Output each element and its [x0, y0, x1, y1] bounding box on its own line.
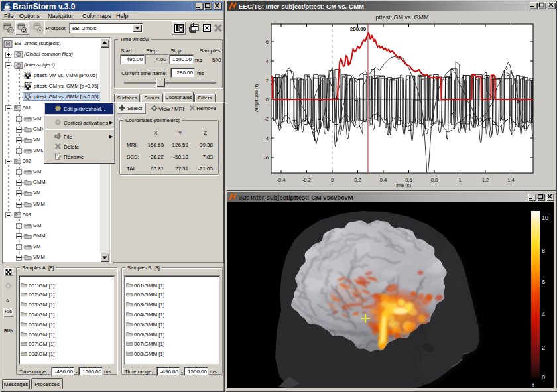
svg-text:4: 4 — [542, 311, 545, 318]
svg-text:6: 6 — [542, 279, 545, 285]
svg-text:STAT: STAT — [24, 93, 32, 96]
svg-text:280.00: 280.00 — [350, 26, 367, 32]
svg-text:pttest: GM vs. GMM: pttest: GM vs. GMM — [375, 14, 428, 21]
svg-text:1.4: 1.4 — [507, 177, 514, 183]
svg-text:0.8: 0.8 — [431, 177, 438, 183]
svg-text:0.2: 0.2 — [354, 177, 361, 183]
svg-text:0: 0 — [542, 374, 545, 381]
svg-text:1: 1 — [458, 177, 461, 183]
svg-text:4: 4 — [266, 58, 269, 64]
svg-text:-6: -6 — [264, 155, 269, 161]
svg-text:-0.4: -0.4 — [277, 177, 286, 183]
svg-text:0.4: 0.4 — [380, 177, 387, 183]
svg-text:Time (s): Time (s) — [393, 182, 412, 188]
svg-text:-4: -4 — [264, 135, 269, 141]
svg-text:0: 0 — [266, 97, 269, 103]
svg-text:8: 8 — [542, 247, 545, 254]
svg-text:2: 2 — [542, 344, 545, 351]
svg-text:0: 0 — [331, 177, 334, 183]
svg-text:t: t — [532, 382, 534, 388]
svg-text:STAT: STAT — [24, 72, 32, 75]
svg-text:10: 10 — [542, 214, 548, 221]
svg-text:-0.2: -0.2 — [302, 177, 311, 183]
svg-text:1.2: 1.2 — [482, 177, 489, 183]
svg-text:-2: -2 — [264, 116, 269, 122]
svg-text:Amplitude (t): Amplitude (t) — [253, 84, 259, 112]
svg-text:6: 6 — [266, 39, 269, 45]
svg-text:STAT: STAT — [24, 82, 32, 86]
svg-text:2: 2 — [266, 78, 269, 84]
